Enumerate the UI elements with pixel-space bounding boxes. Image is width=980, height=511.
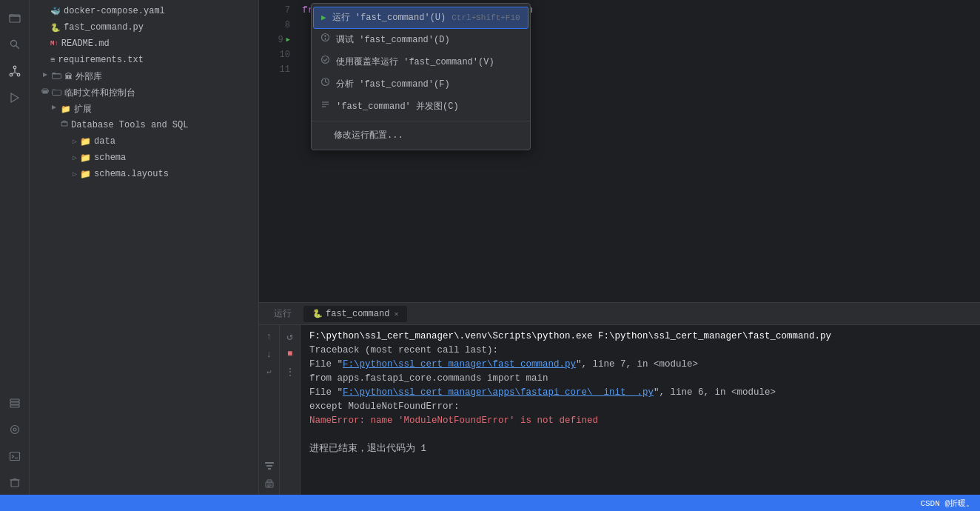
tree-item-docker-compose[interactable]: 🐳 docker-compose.yaml <box>30 3 258 19</box>
term-line-2: Traceback (most recent call last): <box>309 344 971 358</box>
svg-marker-25 <box>52 105 56 110</box>
code-content[interactable]: from apps.fastapi_core.commands import m… <box>296 0 980 302</box>
svg-rect-13 <box>10 452 19 461</box>
python-tab-icon: 🐍 <box>312 309 323 318</box>
readme-icon: M↑ <box>50 40 58 47</box>
context-menu-coverage[interactable]: 使用覆盖率运行 'fast_command'(V) <box>312 51 530 73</box>
sidebar-folder-icon[interactable] <box>3 6 27 30</box>
concurrency-label: 'fast_command' 并发图(C) <box>336 99 459 114</box>
sidebar-git-icon[interactable] <box>3 59 27 83</box>
context-menu-run[interactable]: ▶ 运行 'fast_command'(U) Ctrl+Shift+F10 <box>313 7 528 29</box>
tab-run-label: 运行 <box>274 309 292 319</box>
svg-rect-8 <box>10 399 19 401</box>
modify-label: 修改运行配置... <box>334 128 403 143</box>
context-menu-concurrency[interactable]: 'fast_command' 并发图(C) <box>312 96 530 118</box>
tree-item-readme[interactable]: M↑ README.md <box>30 36 258 52</box>
term-file-prefix-2: File " <box>309 387 343 398</box>
tree-item-label: Database Tools and SQL <box>71 120 188 130</box>
term-line-suffix-1: ", line 7, in <module> <box>576 359 698 370</box>
tree-item-label: requirements.txt <box>58 55 144 65</box>
sidebar-trash-icon[interactable] <box>3 471 27 495</box>
coverage-label: 使用覆盖率运行 'fast_command'(V) <box>336 55 494 70</box>
svg-point-12 <box>13 428 16 431</box>
status-bar: CSDN @折暖。 <box>0 495 980 511</box>
tree-item-external[interactable]: 🏛 外部库 <box>30 68 258 84</box>
tree-item-label: fast_command.py <box>64 22 144 33</box>
tree-item-data[interactable]: ▷ 📁 data <box>30 133 258 150</box>
more-btn[interactable]: ⋮ <box>281 364 299 380</box>
svg-point-31 <box>322 56 329 64</box>
terminal-output[interactable]: F:\python\ssl_cert_manager\.venv\Scripts… <box>301 325 980 495</box>
sidebar-plugin-icon[interactable] <box>3 418 27 441</box>
tree-item-expand[interactable]: 📁 扩展 <box>30 101 258 117</box>
svg-rect-38 <box>265 462 274 464</box>
folder-data-icon: 📁 <box>80 136 91 147</box>
tab-run[interactable]: 运行 <box>265 304 301 323</box>
svg-point-3 <box>13 66 16 69</box>
stop-btn[interactable]: ■ <box>281 346 299 362</box>
tree-item-label: README.md <box>61 39 110 49</box>
svg-point-29 <box>324 35 326 36</box>
filter-btn[interactable] <box>261 458 278 474</box>
term-line-7: NameError: name 'ModuleNotFoundError' is… <box>309 414 971 428</box>
python-icon: 🐍 <box>50 23 61 33</box>
profile-label: 分析 'fast_command'(F) <box>336 77 450 92</box>
restart-btn[interactable]: ↺ <box>281 328 299 344</box>
tree-item-requirements[interactable]: ≡ requirements.txt <box>30 52 258 68</box>
svg-marker-27 <box>61 121 67 122</box>
term-file-prefix-1: File " <box>309 359 343 370</box>
coverage-icon <box>320 55 330 70</box>
chevron-right-icon: ▷ <box>73 137 77 146</box>
tree-item-dbtools[interactable]: Database Tools and SQL <box>30 117 258 133</box>
chevron-right-icon2: ▷ <box>73 153 77 162</box>
term-link-2[interactable]: F:\python\ssl_cert_manager\apps\fastapi_… <box>343 387 654 398</box>
term-link-1[interactable]: F:\python\ssl_cert_manager\fast_command.… <box>343 359 576 370</box>
term-line-3: File "F:\python\ssl_cert_manager\fast_co… <box>309 358 971 372</box>
folder-db-icon <box>61 120 68 130</box>
concurrency-icon <box>320 99 330 114</box>
tree-item-temp[interactable]: 临时文件和控制台 <box>30 84 258 101</box>
tab-close-icon[interactable]: ✕ <box>394 310 398 318</box>
sidebar-run-icon[interactable] <box>3 86 27 110</box>
tree-item-schema-layouts[interactable]: ▷ 📁 schema.layouts <box>30 166 258 182</box>
tree-item-label: data <box>94 136 115 147</box>
svg-rect-9 <box>10 402 19 404</box>
scroll-down-btn[interactable]: ↓ <box>261 346 278 362</box>
tree-item-schema[interactable]: ▷ 📁 schema <box>30 150 258 166</box>
sidebar-terminal-icon[interactable] <box>3 444 27 468</box>
term-line-9: 进程已结束，退出代码为 1 <box>309 442 971 456</box>
svg-line-2 <box>16 46 19 49</box>
term-line-1: F:\python\ssl_cert_manager\.venv\Scripts… <box>309 330 971 344</box>
docker-icon: 🐳 <box>50 7 61 16</box>
run-label: 运行 'fast_command'(U) <box>332 10 446 25</box>
context-menu: ▶ 运行 'fast_command'(U) Ctrl+Shift+F10 <box>311 3 531 150</box>
tab-fast-command-label: fast_command <box>326 309 389 319</box>
context-menu-modify[interactable]: 修改运行配置... <box>312 124 530 147</box>
svg-marker-23 <box>42 90 48 93</box>
tab-fast-command[interactable]: 🐍 fast_command ✕ <box>303 306 407 322</box>
svg-point-11 <box>10 426 19 434</box>
context-menu-profile[interactable]: 分析 'fast_command'(F) <box>312 73 530 96</box>
print-btn[interactable] <box>261 475 278 492</box>
file-tree: 🐳 docker-compose.yaml 🐍 fast_command.py … <box>30 0 259 495</box>
svg-line-34 <box>326 82 328 83</box>
tree-item-label: 临时文件和控制台 <box>64 87 135 99</box>
folder-expanded-icon2 <box>50 104 58 114</box>
tree-item-label: schema <box>94 153 126 163</box>
svg-rect-21 <box>53 73 61 79</box>
folder-schema-layouts-icon: 📁 <box>80 169 91 180</box>
tree-item-fast-command[interactable]: 🐍 fast_command.py <box>30 19 258 36</box>
sidebar-layers-icon[interactable] <box>3 391 27 415</box>
line-numbers: 7 8 9 ▶ 10 11 <box>259 0 296 302</box>
wrap-btn[interactable]: ↩ <box>261 364 278 380</box>
context-menu-debug[interactable]: 调试 'fast_command'(D) <box>312 29 530 51</box>
scroll-up-btn[interactable]: ↑ <box>261 328 278 344</box>
sidebar-search-icon[interactable] <box>3 33 27 56</box>
main-area: 🐳 docker-compose.yaml 🐍 fast_command.py … <box>0 0 980 495</box>
term-line-6: except ModuleNotFoundError: <box>309 400 971 414</box>
term-line-8 <box>309 428 971 442</box>
term-line-5: File "F:\python\ssl_cert_manager\apps\fa… <box>309 386 971 400</box>
debug-icon <box>320 33 330 47</box>
svg-rect-39 <box>266 465 272 467</box>
sidebar-icons <box>0 0 30 495</box>
